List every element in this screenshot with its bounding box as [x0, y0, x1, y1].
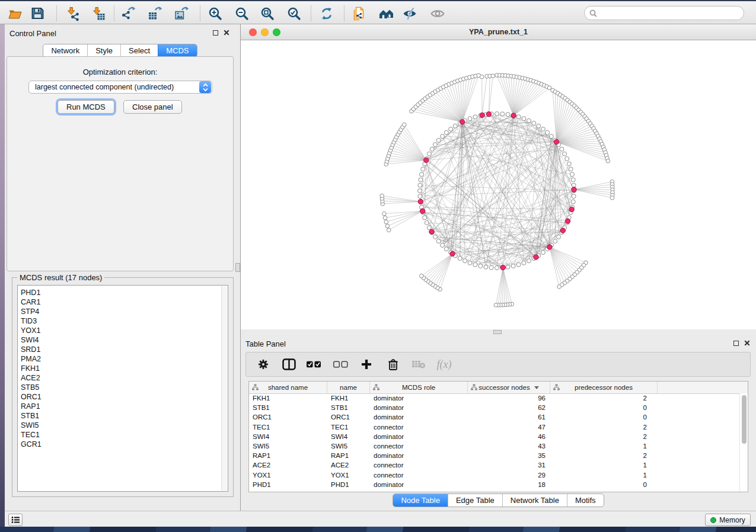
close-panel-button[interactable]: Close panel [123, 100, 182, 114]
network-node[interactable] [436, 239, 441, 243]
network-node[interactable] [567, 162, 571, 166]
show-columns-button[interactable] [281, 358, 296, 370]
network-node-leaf[interactable] [383, 216, 387, 220]
network-node[interactable] [441, 134, 445, 139]
network-node[interactable] [532, 121, 536, 125]
column-header-name[interactable]: name [327, 382, 370, 393]
network-node[interactable] [468, 261, 472, 265]
network-node[interactable] [570, 172, 575, 177]
tab-node-table[interactable]: Node Table [393, 494, 448, 507]
zoom-selected-button[interactable] [283, 4, 305, 23]
network-node[interactable] [430, 147, 434, 151]
task-history-button[interactable] [8, 514, 23, 526]
network-node-leaf[interactable] [387, 228, 391, 232]
network-node[interactable] [468, 117, 472, 121]
network-node-leaf[interactable] [382, 211, 387, 216]
network-node[interactable] [500, 112, 505, 116]
network-node-mcds[interactable] [460, 120, 464, 124]
network-node[interactable] [484, 265, 488, 269]
network-node[interactable] [441, 243, 445, 247]
import-table-button[interactable] [88, 4, 109, 23]
network-node[interactable] [522, 117, 526, 121]
zoom-in-button[interactable] [205, 4, 226, 23]
mcds-result-item[interactable]: YOX1 [18, 326, 221, 335]
network-node-leaf[interactable] [419, 274, 423, 278]
add-column-button[interactable] [359, 358, 374, 370]
table-row[interactable]: SWI5SWI5connector431 [249, 441, 739, 451]
network-node-mcds[interactable] [423, 158, 428, 162]
mcds-result-item[interactable]: STB5 [18, 383, 221, 392]
network-node[interactable] [549, 134, 553, 139]
zoom-fit-button[interactable] [257, 4, 278, 23]
table-row[interactable]: STB1STB1dominator620 [249, 403, 739, 412]
network-node[interactable] [565, 156, 569, 161]
network-node[interactable] [541, 127, 545, 131]
vertical-splitter-handle[interactable] [235, 263, 240, 272]
network-node[interactable] [458, 257, 462, 261]
network-node[interactable] [522, 261, 526, 265]
network-node[interactable] [427, 226, 431, 230]
zoom-out-button[interactable] [231, 4, 253, 23]
network-window-titlebar[interactable]: YPA_prune.txt_1 [241, 24, 756, 40]
network-node[interactable] [537, 124, 541, 128]
network-node-mcds[interactable] [560, 228, 565, 233]
mcds-result-item[interactable]: SWI5 [18, 421, 221, 430]
network-node-mcds[interactable] [486, 112, 491, 117]
horizontal-splitter-handle[interactable] [493, 330, 502, 334]
horizontal-splitter[interactable] [241, 329, 756, 335]
network-node-leaf[interactable] [480, 75, 484, 79]
network-node-leaf[interactable] [610, 196, 614, 200]
network-node[interactable] [479, 264, 483, 268]
mcds-result-item[interactable]: STB1 [18, 411, 221, 421]
tab-motifs[interactable]: Motifs [567, 494, 604, 507]
network-node[interactable] [527, 259, 531, 263]
network-node[interactable] [436, 138, 441, 142]
mcds-result-item[interactable]: SRD1 [18, 345, 221, 354]
network-node[interactable] [423, 216, 427, 220]
column-header-successor-nodes[interactable]: successor nodes [468, 382, 550, 393]
network-node-mcds[interactable] [429, 229, 434, 234]
table-row[interactable]: FKH1FKH1dominator962 [249, 393, 739, 403]
network-node[interactable] [506, 113, 510, 117]
open-file-button[interactable] [4, 4, 25, 23]
column-header-shared-name[interactable]: shared name [249, 382, 327, 393]
table-scrollbar[interactable] [739, 393, 748, 492]
save-session-button[interactable] [27, 4, 48, 23]
network-node[interactable] [473, 262, 477, 267]
network-node-mcds[interactable] [554, 139, 559, 144]
export-network-button[interactable] [117, 4, 139, 23]
table-row[interactable]: PHD1PHD1dominator180 [249, 480, 739, 489]
network-node[interactable] [433, 143, 437, 147]
mcds-result-item[interactable]: FKH1 [18, 364, 221, 373]
table-row[interactable]: YOX1YOX1connector291 [249, 470, 739, 480]
network-node[interactable] [495, 266, 499, 270]
table-row[interactable]: SWI4SWI4dominator462 [249, 432, 739, 441]
mcds-result-item[interactable]: PMA2 [18, 354, 221, 364]
mcds-result-item[interactable]: TEC1 [18, 430, 221, 440]
network-node[interactable] [495, 112, 499, 116]
network-node[interactable] [473, 115, 477, 119]
float-panel-icon[interactable] [733, 341, 739, 346]
network-canvas[interactable] [241, 40, 756, 329]
network-node[interactable] [572, 194, 576, 198]
delete-column-button[interactable] [385, 358, 401, 371]
network-node[interactable] [444, 247, 448, 251]
network-node-leaf[interactable] [491, 74, 495, 78]
table-row[interactable]: ORC1ORC1dominator610 [249, 412, 739, 422]
network-node[interactable] [553, 239, 557, 243]
mcds-result-item[interactable]: GCR1 [18, 440, 221, 449]
mcds-result-item[interactable]: PHD1 [18, 288, 221, 297]
network-node-mcds[interactable] [500, 265, 505, 270]
network-node[interactable] [511, 264, 515, 268]
network-node[interactable] [516, 262, 521, 267]
network-node-mcds[interactable] [547, 245, 552, 249]
close-panel-icon[interactable] [744, 340, 750, 346]
mcds-list-scrollbar[interactable] [221, 286, 227, 491]
network-node[interactable] [516, 115, 521, 119]
tab-network-table[interactable]: Network Table [502, 494, 567, 507]
export-table-button[interactable] [144, 4, 165, 23]
network-node[interactable] [419, 172, 423, 177]
network-node[interactable] [453, 124, 457, 128]
network-node[interactable] [571, 178, 575, 182]
search-field[interactable] [584, 6, 744, 20]
